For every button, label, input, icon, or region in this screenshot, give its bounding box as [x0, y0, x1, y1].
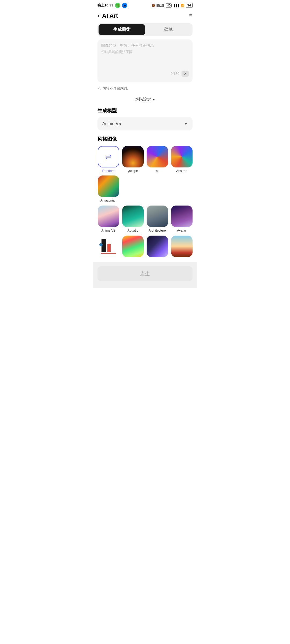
style-thumb-amazonian	[98, 175, 119, 197]
style-label-architecture: Architecture	[148, 229, 166, 232]
style-thumb-aquatic	[122, 206, 144, 227]
style-item-landscape[interactable]	[171, 236, 193, 259]
style-item-amazonian[interactable]: Amazonian	[97, 175, 119, 202]
style-thumb-cityscape	[122, 146, 144, 167]
vpn-badge: VPN	[157, 4, 164, 7]
style-grid-row3	[93, 236, 197, 259]
style-item-candy[interactable]	[122, 236, 144, 259]
generate-button-container: 產生	[93, 262, 197, 288]
style-label-abstract1: nt	[156, 169, 158, 173]
page-title: AI Art	[102, 12, 118, 19]
wifi-icon: 📶	[181, 4, 184, 7]
input-hint: 圖像類型、對象、任何詳細信息	[101, 43, 189, 48]
style-thumb-abstract2	[98, 236, 119, 257]
style-item-abstract[interactable]: Abstrac	[171, 146, 193, 173]
model-dropdown[interactable]: Anime V5 ▼	[97, 117, 193, 130]
status-icon-1: 🌿	[115, 3, 120, 8]
status-icon-2: ☁	[122, 3, 127, 8]
style-thumb-candy	[122, 236, 144, 257]
style-thumb-abstract1	[147, 146, 168, 167]
dropdown-arrow-icon: ▼	[184, 122, 188, 126]
style-label-anime: Anime V2	[101, 229, 115, 232]
style-item-aquatic[interactable]: Aquatic	[122, 206, 144, 232]
style-label-random: Random	[102, 169, 114, 173]
generate-button[interactable]: 產生	[97, 266, 193, 281]
style-thumb-cosmic	[147, 236, 168, 257]
advanced-settings-toggle[interactable]: 進階設定 ▾	[93, 94, 197, 107]
style-thumb-abstract	[171, 146, 193, 167]
style-label-amazonian: Amazonian	[100, 199, 116, 202]
hd-badge: HD	[166, 3, 172, 8]
style-item-cosmic[interactable]	[146, 236, 168, 259]
status-right-icons: 🔕 VPN HD ▐▐▐ 📶 34	[151, 3, 193, 8]
random-icon: ⇌	[105, 152, 111, 161]
clear-button[interactable]: ✕	[182, 71, 189, 77]
warning-icon: ⚠	[97, 86, 101, 91]
input-example: 例如美麗的魔法王國	[101, 50, 189, 54]
style-thumb-avatar	[171, 206, 193, 227]
battery-icon: 34	[186, 3, 193, 8]
prompt-input-area: 圖像類型、對象、任何詳細信息 例如美麗的魔法王國 0/150 ✕	[97, 39, 193, 82]
signal-icon: ▐▐▐	[173, 4, 179, 7]
style-thumb-random: ⇌	[98, 146, 119, 167]
style-thumb-architecture	[147, 206, 168, 227]
model-selected: Anime V5	[102, 121, 121, 126]
style-label-abstract: Abstrac	[176, 169, 187, 173]
tab-wallpaper[interactable]: 壁紙	[145, 24, 191, 35]
style-grid-row2: Anime V2 Aquatic Architecture Avatar	[93, 206, 197, 232]
model-section-title: 生成模型	[93, 107, 197, 117]
advanced-settings-arrow: ▾	[153, 97, 155, 102]
style-label-avatar: Avatar	[177, 229, 186, 232]
style-item-abstract1[interactable]: nt	[146, 146, 168, 173]
style-thumb-landscape	[171, 236, 193, 257]
style-item-cityscape[interactable]: yscape	[122, 146, 144, 173]
menu-button[interactable]: ≡	[189, 12, 193, 19]
warning-text: 內容不含敏感詞。	[103, 86, 130, 91]
status-time: 晚上10:33	[97, 3, 113, 8]
mute-icon: 🔕	[151, 4, 155, 7]
char-count: 0/150	[171, 72, 179, 76]
style-grid-row1: ⇌ Random yscape nt Abstrac Amazonian	[93, 146, 197, 202]
style-item-random[interactable]: ⇌ Random	[97, 146, 119, 173]
style-item-abstract2[interactable]	[97, 236, 119, 259]
clear-icon: ✕	[184, 72, 187, 76]
warning-bar: ⚠ 內容不含敏感詞。	[93, 85, 197, 94]
style-label-aquatic: Aquatic	[127, 229, 138, 232]
status-bar: 晚上10:33 🌿 ☁ 🔕 VPN HD ▐▐▐ 📶 34	[93, 0, 197, 10]
tab-bar: 生成藝術 壁紙	[97, 23, 193, 36]
style-label-cityscape: yscape	[128, 169, 138, 173]
style-section-title: 风格图像	[93, 136, 197, 146]
style-item-anime[interactable]: Anime V2	[97, 206, 119, 232]
style-item-avatar[interactable]: Avatar	[171, 206, 193, 232]
advanced-settings-label: 進階設定	[135, 97, 151, 102]
style-item-architecture[interactable]: Architecture	[146, 206, 168, 232]
style-thumb-anime	[98, 206, 119, 227]
back-button[interactable]: ‹	[97, 12, 99, 19]
header: ‹ AI Art ≡	[93, 10, 197, 23]
tab-generate[interactable]: 生成藝術	[99, 24, 145, 35]
